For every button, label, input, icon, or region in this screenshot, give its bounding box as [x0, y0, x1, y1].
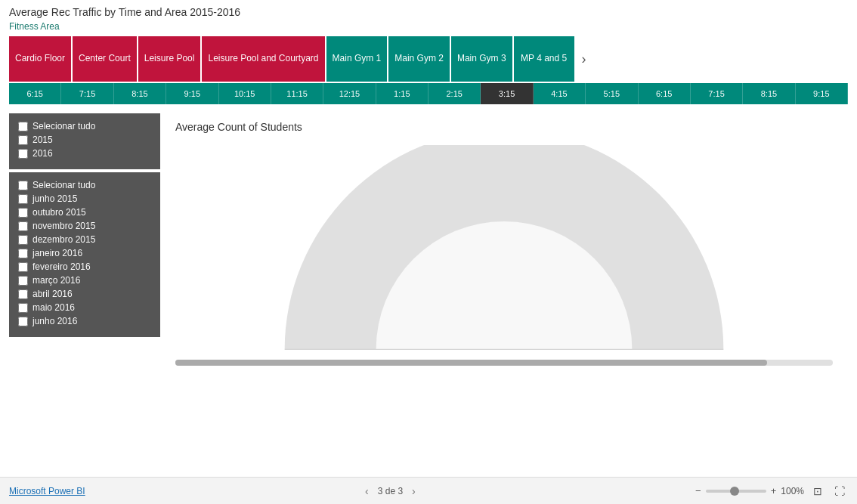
bottom-bar: Microsoft Power BI ‹ 3 de 3 › − + 100% ⊡… [0, 477, 857, 504]
month-label-0: junho 2015 [32, 193, 77, 204]
chart-scrollbar[interactable] [175, 360, 833, 366]
section-label: Fitness Area [9, 21, 848, 32]
month-filter-item-1[interactable]: outubro 2015 [18, 207, 151, 218]
zoom-minus[interactable]: − [695, 485, 701, 496]
semicircle-chart [175, 145, 833, 357]
chart-area: Average Count of Students [160, 113, 848, 375]
area-btn-cardio-floor[interactable]: Cardio Floor [9, 36, 71, 82]
month-filter-item-7[interactable]: abril 2016 [18, 289, 151, 299]
zoom-controls: − + 100% [695, 485, 804, 496]
month-checkbox-2[interactable] [18, 221, 28, 231]
year-2015-checkbox[interactable] [18, 135, 28, 145]
time-slot-5[interactable]: 11:15 [271, 83, 323, 104]
area-btn-leisure-pool-courtyard[interactable]: Leisure Pool and Courtyard [202, 36, 324, 82]
time-slots-row: 6:157:158:159:1510:1511:1512:151:152:153… [9, 83, 848, 104]
year-select-all-label: Selecionar tudo [32, 121, 95, 131]
month-select-all-label: Selecionar tudo [32, 180, 95, 190]
area-btn-center-court[interactable]: Center Court [73, 36, 137, 82]
month-select-all-checkbox[interactable] [18, 181, 28, 190]
month-checkbox-3[interactable] [18, 235, 28, 245]
time-slot-7[interactable]: 1:15 [376, 83, 428, 104]
area-btn-mp4-5[interactable]: MP 4 and 5 [514, 36, 574, 82]
month-filter-item-2[interactable]: novembro 2015 [18, 221, 151, 231]
zoom-controls-area: − + 100% ⊡ ⛶ [695, 484, 848, 499]
fullscreen-icon[interactable]: ⛶ [831, 484, 848, 499]
month-filter-select-all[interactable]: Selecionar tudo [18, 180, 151, 190]
left-panels: Selecionar tudo 2015 2016 Selecionar tud… [9, 113, 160, 375]
month-label-4: janeiro 2016 [32, 248, 82, 258]
year-2016-checkbox[interactable] [18, 149, 28, 159]
page-title: Average Rec Traffic by Time and Area 201… [9, 6, 848, 18]
page-info: 3 de 3 [378, 486, 403, 496]
time-slot-15[interactable]: 9:15 [796, 83, 848, 104]
month-checkbox-4[interactable] [18, 249, 28, 258]
chart-title: Average Count of Students [175, 121, 833, 133]
time-slot-13[interactable]: 7:15 [691, 83, 743, 104]
month-filter-item-6[interactable]: março 2016 [18, 275, 151, 286]
month-filter-panel: Selecionar tudojunho 2015outubro 2015nov… [9, 172, 160, 337]
page-navigation: ‹ 3 de 3 › [362, 485, 419, 497]
month-filter-item-0[interactable]: junho 2015 [18, 193, 151, 204]
time-slot-12[interactable]: 6:15 [639, 83, 691, 104]
month-label-7: abril 2016 [32, 289, 73, 299]
month-label-3: dezembro 2015 [32, 234, 95, 245]
scroll-right-arrow[interactable]: › [576, 36, 592, 82]
year-filter-2015[interactable]: 2015 [18, 135, 151, 145]
month-label-1: outubro 2015 [32, 207, 86, 218]
main-content: Average Rec Traffic by Time and Area 201… [0, 0, 857, 375]
month-label-8: maio 2016 [32, 302, 75, 313]
year-filter-2016[interactable]: 2016 [18, 148, 151, 159]
month-filter-item-5[interactable]: fevereiro 2016 [18, 261, 151, 272]
time-slot-0[interactable]: 6:15 [9, 83, 61, 104]
month-filter-item-4[interactable]: janeiro 2016 [18, 248, 151, 258]
zoom-slider[interactable] [706, 490, 766, 493]
time-slot-8[interactable]: 2:15 [428, 83, 481, 104]
area-btn-leisure-pool[interactable]: Leisure Pool [138, 36, 201, 82]
zoom-plus[interactable]: + [771, 485, 777, 496]
time-slot-6[interactable]: 12:15 [323, 83, 376, 104]
month-checkbox-6[interactable] [18, 276, 28, 286]
month-label-5: fevereiro 2016 [32, 261, 91, 272]
month-filter-item-8[interactable]: maio 2016 [18, 302, 151, 313]
month-label-6: março 2016 [32, 275, 80, 286]
month-checkbox-0[interactable] [18, 194, 28, 204]
lower-section: Selecionar tudo 2015 2016 Selecionar tud… [9, 113, 848, 375]
time-slot-3[interactable]: 9:15 [166, 83, 218, 104]
month-checkbox-8[interactable] [18, 303, 28, 313]
time-slot-14[interactable]: 8:15 [743, 83, 795, 104]
semicircle-svg [240, 145, 769, 357]
area-btn-main-gym-2[interactable]: Main Gym 2 [388, 36, 450, 82]
year-filter-select-all[interactable]: Selecionar tudo [18, 121, 151, 131]
year-2015-label: 2015 [32, 135, 53, 145]
area-buttons-row: Cardio Floor Center Court Leisure Pool L… [9, 36, 848, 82]
zoom-level: 100% [781, 486, 804, 496]
month-checkbox-9[interactable] [18, 317, 28, 326]
year-filter-panel: Selecionar tudo 2015 2016 [9, 113, 160, 169]
power-bi-brand-link[interactable]: Microsoft Power BI [9, 486, 85, 496]
month-filter-item-9[interactable]: junho 2016 [18, 316, 151, 326]
area-btn-main-gym-3[interactable]: Main Gym 3 [451, 36, 512, 82]
fit-to-screen-icon[interactable]: ⊡ [810, 484, 825, 499]
month-checkbox-7[interactable] [18, 289, 28, 299]
month-label-2: novembro 2015 [32, 221, 95, 231]
year-2016-label: 2016 [32, 148, 53, 159]
time-slot-2[interactable]: 8:15 [114, 83, 166, 104]
month-checkbox-1[interactable] [18, 208, 28, 218]
time-slot-9[interactable]: 3:15 [481, 83, 533, 104]
time-slot-4[interactable]: 10:15 [219, 83, 271, 104]
prev-page-arrow[interactable]: ‹ [362, 485, 372, 497]
time-slot-11[interactable]: 5:15 [586, 83, 638, 104]
scrollbar-thumb[interactable] [175, 360, 767, 366]
month-filter-item-3[interactable]: dezembro 2015 [18, 234, 151, 245]
month-label-9: junho 2016 [32, 316, 77, 326]
area-btn-main-gym-1[interactable]: Main Gym 1 [326, 36, 388, 82]
year-select-all-checkbox[interactable] [18, 122, 28, 131]
next-page-arrow[interactable]: › [409, 485, 419, 497]
time-slot-1[interactable]: 7:15 [61, 83, 113, 104]
month-checkbox-5[interactable] [18, 262, 28, 272]
time-slot-10[interactable]: 4:15 [534, 83, 586, 104]
